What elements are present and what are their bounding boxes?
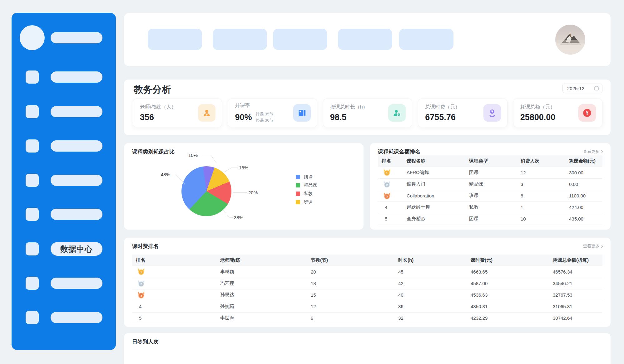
legend-swatch xyxy=(296,192,300,196)
yen-circle-icon: ¥ xyxy=(578,104,596,122)
svg-text:¥: ¥ xyxy=(586,110,589,116)
cell-name: 冯艺莲 xyxy=(216,278,307,289)
daily-checkin-card: 日签到人次 xyxy=(124,333,611,364)
legend-swatch xyxy=(296,183,300,187)
cell-amount: 435.00 xyxy=(565,213,602,225)
stat-value: 6755.76 xyxy=(425,113,460,122)
sidebar-item-placeholder[interactable] xyxy=(26,70,102,84)
legend-label: 精品课 xyxy=(304,182,317,188)
menu-icon-placeholder xyxy=(26,70,39,84)
cell-amount: 424.00 xyxy=(565,201,602,213)
legend-item-group-course[interactable]: 班课 xyxy=(296,199,317,205)
coin-hand-icon: ¥ xyxy=(483,104,501,122)
table-row: 3 孙思达15404536.6332767.53 xyxy=(132,289,602,301)
legend-item-private[interactable]: 私教 xyxy=(296,191,317,197)
stat-card-teachers: 老师/教练（人） 356 xyxy=(133,99,222,127)
rank-cell: 3 xyxy=(132,289,216,301)
cell-name: 起跃爵士舞 xyxy=(403,201,465,213)
nav-item-placeholder[interactable] xyxy=(148,29,202,50)
nav-item-placeholder[interactable] xyxy=(273,29,327,50)
column-header: 节数(节) xyxy=(307,255,394,266)
cell-fee: 4587.00 xyxy=(467,278,549,289)
column-header: 老师/教练 xyxy=(216,255,307,266)
cell-sessions: 12 xyxy=(307,301,394,312)
stat-value: 356 xyxy=(140,113,176,122)
nav-item-placeholder[interactable] xyxy=(213,29,267,50)
menu-icon-placeholder xyxy=(26,174,39,187)
top-header xyxy=(124,13,611,66)
sidebar-item-placeholder[interactable] xyxy=(26,105,102,119)
legend-label: 团课 xyxy=(304,174,313,180)
cell-count: 12 xyxy=(517,167,565,178)
legend-label: 班课 xyxy=(304,199,313,205)
sidebar-item-data-center[interactable]: 数据中心 xyxy=(26,242,102,256)
cell-hours: 32 xyxy=(394,312,467,324)
stat-label: 耗课总额（元） xyxy=(520,104,556,110)
legend-label: 私教 xyxy=(304,191,313,197)
stat-card-total-fee: 总课时费（元） 6755.76 ¥ xyxy=(418,99,507,127)
rank-cell: 4 xyxy=(378,201,403,213)
pie-chart[interactable] xyxy=(181,166,231,216)
cell-fee: 4232.29 xyxy=(467,312,549,324)
nav-item-placeholder[interactable] xyxy=(399,29,453,50)
fee-ranking-table: 排名 老师/教练 节数(节) 时长(h) 课时费(元) 耗课总金额(折算) 1 … xyxy=(132,255,602,324)
menu-icon-placeholder xyxy=(26,139,39,153)
cell-sessions: 15 xyxy=(307,289,394,301)
daily-checkin-title: 日签到人次 xyxy=(132,338,159,345)
sidebar-item-label: 数据中心 xyxy=(51,242,102,256)
nav-item-placeholder[interactable] xyxy=(338,29,392,50)
logo-placeholder xyxy=(20,25,45,50)
menu-icon-placeholder xyxy=(26,311,39,324)
table-row: 2 冯艺莲18424587.0034546.21 xyxy=(132,278,602,289)
month-picker[interactable]: 2025-12 xyxy=(562,84,602,93)
pie-callout: 10% xyxy=(188,153,198,158)
sidebar-item-placeholder[interactable] xyxy=(26,173,102,187)
rank-cell: 5 xyxy=(132,312,216,324)
avatar[interactable] xyxy=(555,25,585,55)
cell-amount: 300.00 xyxy=(565,167,602,178)
cell-count: 8 xyxy=(517,190,565,201)
course-ranking-card: 课程耗课金额排名 查看更多 排名 课程名称 课程类型 消费人次 耗课金额(元) … xyxy=(370,143,611,230)
table-row: 5李世海9324232.2930742.64 xyxy=(132,312,602,324)
view-more-link[interactable]: 查看更多 xyxy=(583,149,603,154)
rank-cell: 3 xyxy=(378,190,403,201)
sidebar: 数据中心 xyxy=(12,13,116,350)
cell-type: 团课 xyxy=(465,167,517,178)
cell-count: 10 xyxy=(517,213,565,225)
cell-name: 孙婉茹 xyxy=(216,301,307,312)
cell-total: 34546.21 xyxy=(549,278,602,289)
cell-hours: 45 xyxy=(394,266,467,278)
legend-item-group-class[interactable]: 团课 xyxy=(296,174,317,180)
fee-ranking-title: 课时费排名 xyxy=(132,243,159,250)
month-picker-value: 2025-12 xyxy=(567,86,594,91)
column-header: 排名 xyxy=(378,155,403,167)
chevron-right-icon xyxy=(601,245,603,248)
cell-count: 3 xyxy=(517,178,565,190)
view-more-link[interactable]: 查看更多 xyxy=(583,243,603,249)
medal-3-icon: 3 xyxy=(382,192,392,200)
svg-text:1: 1 xyxy=(386,172,388,175)
medal-2-icon: 2 xyxy=(382,180,392,188)
sidebar-item-placeholder[interactable] xyxy=(26,139,102,153)
sidebar-item-placeholder[interactable] xyxy=(26,207,102,221)
cell-name: 孙思达 xyxy=(216,289,307,301)
table-row: 4起跃爵士舞私教1424.00 xyxy=(378,201,602,213)
cell-name: 李世海 xyxy=(216,312,307,324)
cell-total: 30742.64 xyxy=(549,312,602,324)
legend-item-premium-class[interactable]: 精品课 xyxy=(296,182,317,188)
table-row: 1 AFRO编舞团课12300.00 xyxy=(378,167,602,178)
pie-chart-card: 课程类别耗课占比 10% 18% 20% 38% 48% 团课 精品课 私教 xyxy=(124,143,364,230)
person-clock-icon xyxy=(388,104,406,122)
cell-sessions: 18 xyxy=(307,278,394,289)
cell-hours: 40 xyxy=(394,289,467,301)
pie-legend: 团课 精品课 私教 班课 xyxy=(296,174,317,205)
cell-type: 团课 xyxy=(465,213,517,225)
sidebar-item-placeholder[interactable] xyxy=(26,311,102,324)
table-row: 5全身塑形团课10435.00 xyxy=(378,213,602,225)
mountain-photo xyxy=(555,25,585,55)
cell-amount: 1100.00 xyxy=(565,190,602,201)
rank-cell: 4 xyxy=(132,301,216,312)
cell-name: 李琳颖 xyxy=(216,266,307,278)
table-row: 3 Collaboration班课81100.00 xyxy=(378,190,602,201)
sidebar-item-placeholder[interactable] xyxy=(26,276,102,290)
